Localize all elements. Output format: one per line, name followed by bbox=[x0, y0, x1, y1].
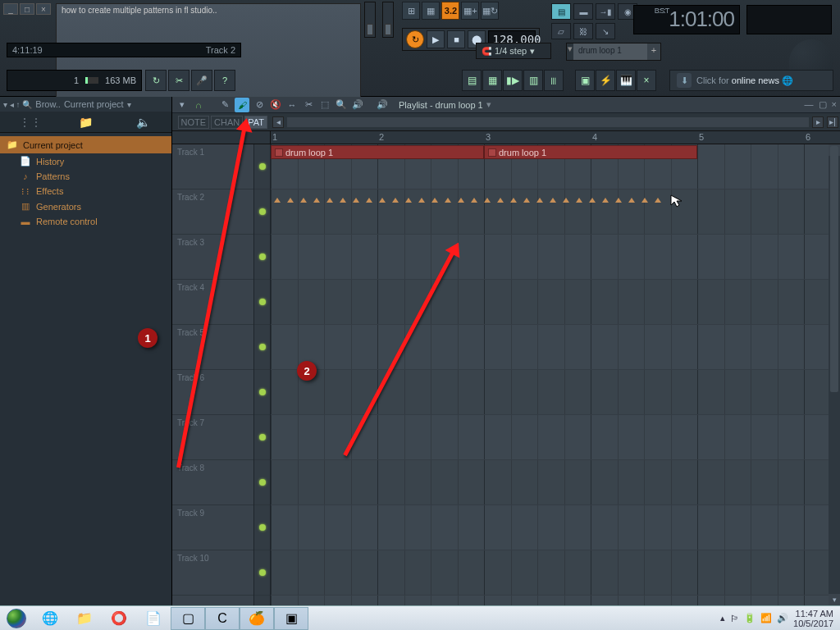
panel-playlist-icon[interactable]: ▤ bbox=[462, 70, 482, 91]
view-playlist-button[interactable]: ▤ bbox=[551, 3, 571, 20]
tree-effects[interactable]: ⫶⫶Effects bbox=[0, 184, 171, 199]
chrome-icon[interactable]: ⭕ bbox=[102, 607, 136, 630]
scroll-thumb[interactable] bbox=[830, 146, 838, 392]
tray-volume-icon[interactable]: 🔊 bbox=[777, 613, 788, 623]
loop-toggle[interactable]: ↻ bbox=[406, 30, 424, 48]
panel-pianoroll-icon[interactable]: ▮▶ bbox=[503, 70, 523, 91]
pattern-selector[interactable]: ▾ drum loop 1 + bbox=[566, 43, 661, 61]
mute-tool[interactable]: 🔇 bbox=[269, 98, 282, 112]
h-scrollbar[interactable] bbox=[287, 117, 809, 127]
browser-wave-icon[interactable]: ⋮⋮ bbox=[19, 116, 39, 129]
task-window-icon[interactable]: ▢ bbox=[171, 607, 205, 630]
tray-network-icon[interactable]: 📶 bbox=[760, 613, 772, 623]
cut-button[interactable]: ✂ bbox=[168, 70, 189, 91]
track-header[interactable]: Track 9 bbox=[172, 505, 253, 550]
task-icon[interactable]: ▣ bbox=[274, 607, 308, 630]
pl-maximize[interactable]: ▢ bbox=[819, 99, 827, 110]
maximize-button[interactable]: □ bbox=[20, 3, 34, 15]
magnet-icon[interactable]: ∩ bbox=[192, 98, 205, 112]
about-button[interactable]: ? bbox=[214, 70, 235, 91]
tray-up-icon[interactable]: ▴ bbox=[720, 613, 725, 623]
mode-note[interactable]: NOTE bbox=[178, 116, 210, 129]
track-mute[interactable] bbox=[254, 235, 270, 280]
tree-history[interactable]: 📄History bbox=[0, 153, 171, 169]
time-ruler[interactable]: 1 2 3 4 5 6 bbox=[271, 131, 840, 144]
blend-button[interactable]: ▱ bbox=[551, 23, 571, 39]
camtasia-icon[interactable]: C bbox=[205, 607, 240, 630]
tree-remote[interactable]: ▬Remote control bbox=[0, 214, 171, 229]
tree-patterns[interactable]: ♪Patterns bbox=[0, 169, 171, 184]
counter-display[interactable]: 3.2 bbox=[441, 2, 459, 20]
track-mute[interactable] bbox=[254, 505, 270, 550]
metronome-button[interactable]: ▦+ bbox=[461, 2, 479, 20]
tree-root[interactable]: 📁Current project bbox=[0, 136, 171, 153]
mode-switcher[interactable]: NOTE CHAN PAT bbox=[172, 113, 271, 130]
scroll-right[interactable]: ▸ bbox=[812, 116, 824, 128]
slip-tool[interactable]: ↔ bbox=[285, 98, 299, 112]
undo-button[interactable]: ↻ bbox=[145, 70, 167, 91]
track-header[interactable]: Track 2 bbox=[172, 189, 253, 235]
midi-icon[interactable]: 🎹 bbox=[616, 70, 636, 91]
track-mute[interactable] bbox=[254, 144, 270, 189]
draw-tool[interactable]: ✎ bbox=[218, 98, 231, 112]
slice-tool[interactable]: ✂ bbox=[302, 98, 315, 112]
time-display[interactable]: B:S:T1:01:00 bbox=[633, 5, 740, 34]
minimize-button[interactable]: _ bbox=[3, 3, 18, 15]
close-panels-icon[interactable]: × bbox=[637, 70, 656, 91]
plugin-icon[interactable]: ⚡ bbox=[596, 70, 615, 91]
track-header[interactable]: Track 3 bbox=[172, 235, 253, 280]
tray-battery-icon[interactable]: 🔋 bbox=[744, 613, 756, 623]
flstudio-icon[interactable]: 🍊 bbox=[240, 607, 274, 630]
add-pattern-button[interactable]: + bbox=[647, 43, 660, 60]
typing-keyboard-button[interactable]: ▬ bbox=[573, 3, 593, 20]
track-header[interactable]: Track 5 bbox=[172, 325, 253, 370]
track-mute[interactable] bbox=[254, 189, 270, 235]
v-scrollbar[interactable]: ▴ ▾ bbox=[829, 144, 840, 605]
playlist-grid[interactable]: drum loop 1 drum loop 1 bbox=[271, 144, 840, 605]
play-button[interactable]: ▶ bbox=[427, 30, 445, 48]
ie-icon[interactable]: 🌐 bbox=[33, 607, 67, 630]
stop-button[interactable]: ■ bbox=[447, 30, 465, 48]
tray-flag-icon[interactable]: 🏳 bbox=[730, 614, 739, 623]
pat-button[interactable]: ⊞ bbox=[402, 2, 420, 20]
track-header[interactable]: Track 6 bbox=[172, 370, 253, 415]
panel-stepsequencer-icon[interactable]: ▦ bbox=[482, 70, 502, 91]
scroll-end[interactable]: ▸| bbox=[827, 116, 838, 128]
pl-menu-button[interactable]: ▾ bbox=[176, 98, 189, 112]
delete-tool[interactable]: ⊘ bbox=[253, 98, 266, 112]
wait-button[interactable]: ▦↻ bbox=[481, 2, 499, 20]
playback-tool[interactable]: 🔊 bbox=[351, 98, 364, 112]
mic-button[interactable]: 🎤 bbox=[191, 70, 212, 91]
track-mute[interactable] bbox=[254, 325, 270, 370]
track-header[interactable]: Track 10 bbox=[172, 550, 253, 596]
track-mute[interactable] bbox=[254, 280, 270, 325]
clip[interactable]: drum loop 1 bbox=[271, 145, 484, 159]
track-header[interactable]: Track 8 bbox=[172, 460, 253, 505]
countdown-button[interactable]: →▮ bbox=[596, 3, 615, 20]
link-button[interactable]: ⛓ bbox=[573, 23, 593, 39]
pl-close[interactable]: × bbox=[832, 99, 837, 110]
track-mute[interactable] bbox=[254, 460, 270, 505]
track-mute[interactable] bbox=[254, 550, 270, 596]
track-mute[interactable] bbox=[254, 370, 270, 415]
master-volume-slider[interactable] bbox=[364, 2, 376, 38]
browser-folder-icon[interactable]: 📁 bbox=[75, 116, 95, 129]
zoom-tool[interactable]: 🔍 bbox=[335, 98, 348, 112]
track-mute[interactable] bbox=[254, 415, 270, 460]
paint-tool[interactable]: 🖌 bbox=[235, 98, 249, 112]
start-button[interactable] bbox=[0, 606, 33, 631]
news-panel[interactable]: ⬇ Click for online news 🌐 bbox=[669, 70, 833, 91]
master-pitch-slider[interactable] bbox=[382, 2, 394, 38]
automation-lane[interactable] bbox=[271, 191, 722, 208]
panel-browser-icon[interactable]: ▥ bbox=[523, 70, 543, 91]
pdf-icon[interactable]: 📄 bbox=[136, 607, 171, 630]
tray-clock[interactable]: 11:47 AM 10/5/2017 bbox=[793, 609, 833, 628]
browser-breadcrumb[interactable]: ▾ ◂ ↑ 🔍 Brow.. Current project ▾ bbox=[0, 97, 171, 112]
pl-minimize[interactable]: — bbox=[805, 99, 814, 110]
explorer-icon[interactable]: 📁 bbox=[67, 607, 102, 630]
step-button[interactable]: ↘ bbox=[596, 23, 615, 39]
scroll-down[interactable]: ▾ bbox=[829, 594, 840, 605]
copy-icon[interactable]: ▣ bbox=[575, 70, 595, 91]
panel-mixer-icon[interactable]: ⫼ bbox=[544, 70, 564, 91]
scroll-left[interactable]: ◂ bbox=[272, 116, 284, 128]
